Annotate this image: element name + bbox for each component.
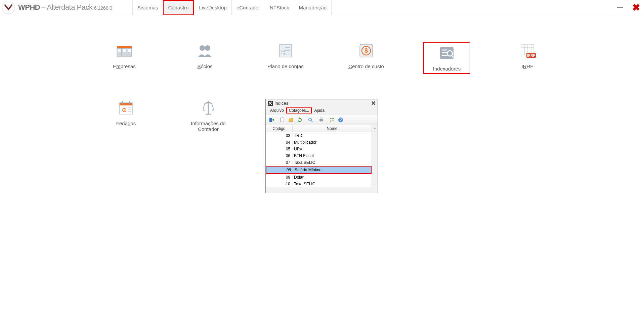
- dialog-toolbar: ?: [266, 114, 378, 125]
- icon-label: Plano de contas: [267, 63, 304, 69]
- table-row[interactable]: 10Taxa SELIC: [266, 181, 372, 187]
- open-icon: [288, 117, 294, 123]
- cell-codigo: 08: [266, 168, 293, 172]
- toolbar-button[interactable]: [295, 115, 304, 124]
- table-row[interactable]: 07Taxa SELIC: [266, 159, 372, 166]
- scroll-up-button[interactable]: [372, 125, 378, 132]
- minimize-button[interactable]: [612, 0, 628, 15]
- dialog-icon: [268, 101, 273, 106]
- icon-feriados[interactable]: Feriados: [101, 99, 151, 126]
- cell-codigo: 05: [266, 147, 293, 151]
- toolbar-button[interactable]: [317, 115, 326, 124]
- svg-text:$: $: [364, 47, 368, 54]
- menu-item-cadastro[interactable]: Cadastro: [163, 0, 194, 15]
- app-version: 6.1268.0: [94, 5, 112, 11]
- toolbar-button[interactable]: [287, 115, 295, 124]
- icon-indexadores[interactable]: Indexadores: [423, 42, 470, 74]
- dialog-menu-arquivo[interactable]: Arquivo: [268, 108, 286, 113]
- table-row[interactable]: 06BTN Fiscal: [266, 152, 372, 159]
- svg-rect-6: [128, 49, 131, 52]
- scrollbar[interactable]: [372, 132, 378, 187]
- cell-codigo: 07: [266, 160, 293, 165]
- table-row[interactable]: 09Dolar: [266, 174, 372, 181]
- toolbar-button[interactable]: ?: [336, 115, 345, 124]
- svg-line-47: [311, 121, 312, 122]
- cell-codigo: 03: [266, 133, 293, 138]
- icon-socios[interactable]: Sócios: [181, 42, 228, 74]
- close-icon: ✖: [632, 2, 640, 13]
- toolbar-button[interactable]: [278, 115, 287, 124]
- table-rows: 03TRD04Multiplicador05URV06BTN Fiscal07T…: [266, 132, 372, 187]
- col-nome[interactable]: Nome: [293, 125, 372, 132]
- dialog-menu: ArquivoCotações...Ajuda: [266, 107, 378, 114]
- svg-point-38: [124, 110, 125, 111]
- indices-dialog: Índices🗙ArquivoCotações...Ajuda?CódigoNo…: [265, 99, 378, 193]
- icon-label: IRRF: [521, 63, 533, 69]
- svg-rect-36: [129, 101, 130, 104]
- svg-rect-5: [123, 49, 126, 52]
- icon-row-2: FeriadosInformações doContadorÍndices🗙Ar…: [0, 99, 644, 193]
- cell-nome: BTN Fiscal: [293, 153, 366, 158]
- table-row[interactable]: 08Salário Mínimo: [266, 166, 372, 174]
- window-controls: ✖: [612, 0, 644, 15]
- cell-nome: URV: [293, 147, 366, 151]
- icon-empresas[interactable]: Empresas: [101, 42, 148, 74]
- icon-row-1: EmpresasSócios1.1.21.3Plano de contas$Ce…: [0, 42, 644, 74]
- toolbar-button[interactable]: [306, 115, 315, 124]
- empresas-icon: [116, 42, 133, 59]
- top-bar: WPHD – Alterdata Pack 6.1268.0 SistemasC…: [0, 0, 644, 15]
- svg-rect-35: [122, 101, 123, 104]
- icon-label: Informações doContador: [191, 121, 225, 132]
- icon-label: Centro de custo: [348, 63, 384, 69]
- svg-rect-44: [269, 118, 272, 122]
- dialog-body: CódigoNome03TRD04Multiplicador05URV06BTN…: [266, 125, 378, 187]
- cell-nome: Taxa SELIC: [293, 182, 366, 186]
- table-row[interactable]: 04Multiplicador: [266, 139, 372, 146]
- icon-informacoes-do-contador[interactable]: Informações doContador: [183, 99, 233, 132]
- indexadores-icon: [438, 44, 456, 62]
- dialog-title: Índices: [274, 101, 288, 106]
- exit-icon: [269, 117, 274, 123]
- menu-item-econtador[interactable]: eContador: [231, 0, 265, 15]
- dialog-close-button[interactable]: 🗙: [371, 101, 376, 106]
- dialog-menu-cotações[interactable]: Cotações...: [286, 107, 312, 113]
- search-icon: [308, 117, 313, 123]
- icon-centro-de-custo[interactable]: $Centro de custo: [343, 42, 390, 74]
- toolbar-button[interactable]: [328, 115, 336, 124]
- menu-item-nfstock[interactable]: NFStock: [265, 0, 294, 15]
- svg-point-7: [200, 45, 205, 51]
- svg-rect-51: [330, 118, 331, 119]
- logo-icon: [4, 4, 13, 11]
- plano-de-contas-icon: 1.1.21.3: [277, 42, 294, 59]
- cell-nome: Dolar: [293, 175, 366, 180]
- socios-icon: [196, 42, 214, 59]
- svg-point-46: [309, 118, 311, 121]
- cell-nome: Salário Mínimo: [293, 168, 365, 172]
- dialog-titlebar[interactable]: Índices🗙: [266, 99, 378, 107]
- icon-irrf[interactable]: IRRFIRRF: [504, 42, 551, 74]
- toolbar-button[interactable]: [267, 115, 276, 124]
- cell-codigo: 04: [266, 140, 293, 145]
- icon-label: Sócios: [197, 63, 212, 69]
- svg-rect-52: [330, 121, 331, 122]
- svg-text:1.3: 1.3: [281, 53, 285, 56]
- table-header: CódigoNome: [266, 125, 378, 132]
- svg-point-42: [207, 102, 209, 104]
- svg-rect-45: [281, 118, 284, 122]
- cell-nome: Taxa SELIC: [293, 160, 366, 165]
- table-row[interactable]: 03TRD: [266, 132, 372, 139]
- icon-plano-de-contas[interactable]: 1.1.21.3Plano de contas: [262, 42, 309, 74]
- menu-item-sistemas[interactable]: Sistemas: [132, 0, 163, 15]
- menu-item-livedesktop[interactable]: LiveDesktop: [194, 0, 231, 15]
- svg-rect-50: [320, 121, 322, 122]
- app-title: WPHD – Alterdata Pack 6.1268.0: [18, 3, 112, 12]
- menu-item-manutenção[interactable]: Manutenção: [294, 0, 332, 15]
- app-title-rest: – Alterdata Pack: [41, 3, 92, 12]
- table-row[interactable]: 05URV: [266, 146, 372, 152]
- col-codigo[interactable]: Código: [266, 125, 293, 132]
- cell-codigo: 10: [266, 182, 293, 186]
- dialog-menu-ajuda[interactable]: Ajuda: [312, 108, 327, 113]
- svg-rect-34: [120, 103, 132, 105]
- close-button[interactable]: ✖: [628, 0, 644, 15]
- cell-nome: TRD: [293, 133, 366, 138]
